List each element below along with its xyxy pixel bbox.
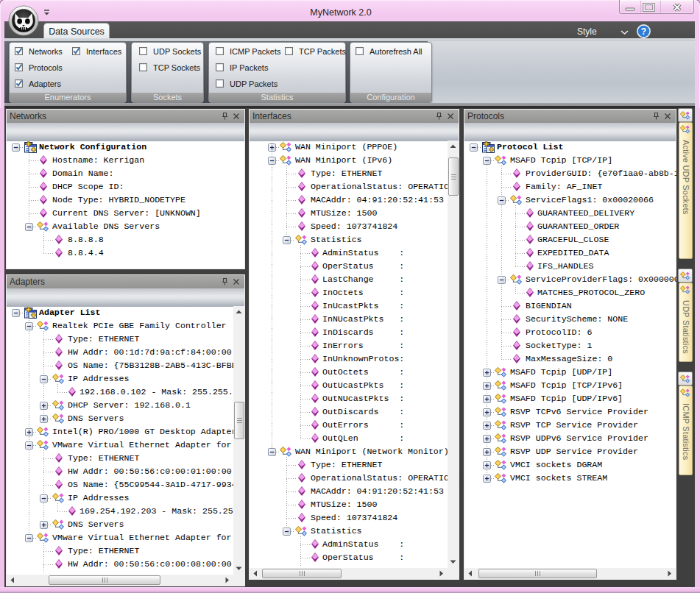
svg-text:?: ? <box>641 26 646 37</box>
